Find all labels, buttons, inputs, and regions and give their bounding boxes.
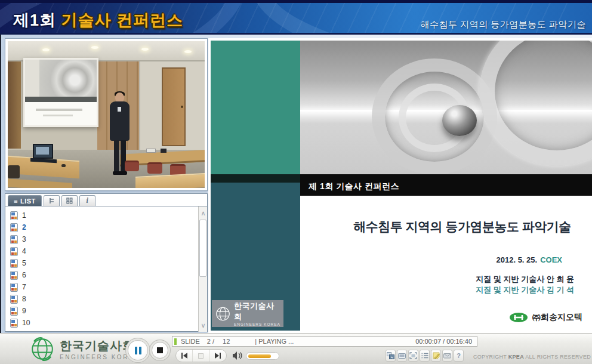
copyright-org: KPEA <box>508 354 524 360</box>
slide-author-primary: 지질 및 지반 기술사 안 희 윤 <box>300 274 574 285</box>
list-item[interactable]: 9 <box>10 305 207 317</box>
repeat-icon <box>198 353 204 359</box>
slide-artwork-sphere <box>442 105 477 136</box>
transport-controls <box>175 349 227 362</box>
previous-icon <box>181 353 183 359</box>
list-scrollbar[interactable]: ∧ ∨ <box>198 206 207 332</box>
previous-slide-button[interactable] <box>176 350 192 362</box>
ceiling-light <box>91 46 98 49</box>
slide-date: 2012. 5. 25. <box>496 255 537 264</box>
next-slide-button[interactable] <box>209 350 226 362</box>
slide-thumbnail-icon <box>10 319 18 328</box>
slide-thumbnail-icon <box>10 259 18 268</box>
pause-icon <box>135 347 137 354</box>
wide-view-button[interactable] <box>397 350 407 362</box>
list-item-label: 2 <box>22 223 26 232</box>
projected-slide-textline <box>36 109 82 111</box>
association-logo-text: 한국기술사회 ENGINEERS KOREA <box>234 301 280 326</box>
notes-icon <box>433 352 440 359</box>
slide-thumbnail-icon <box>10 283 18 292</box>
fullscreen-icon <box>409 352 417 359</box>
notes-button[interactable] <box>431 350 441 362</box>
slide-list: 12345678910 <box>5 206 207 329</box>
association-logo-box: 한국기술사회 ENGINEERS KOREA <box>212 300 283 327</box>
list-item[interactable]: 5 <box>10 257 207 269</box>
mail-icon <box>443 353 451 359</box>
video-panel <box>5 38 208 191</box>
grid-icon <box>66 198 73 204</box>
repeat-slide-button[interactable] <box>192 350 209 362</box>
org-emblem-icon <box>30 337 55 362</box>
status-current-slide: 2 / <box>207 338 214 345</box>
swap-view-button[interactable] <box>386 350 396 362</box>
list-item-label: 6 <box>22 271 26 279</box>
list-item-label: 5 <box>22 259 26 267</box>
list-item[interactable]: 2 <box>10 221 207 233</box>
slide-company-line: ㈜희송지오텍 <box>300 311 592 323</box>
help-button[interactable]: ? <box>454 350 464 362</box>
status-playing-state: | PLAYING ... <box>255 338 294 345</box>
list-item-label: 8 <box>22 295 26 303</box>
list-item[interactable]: 3 <box>10 233 207 245</box>
scroll-down-icon[interactable]: ∨ <box>199 320 208 331</box>
list-item-label: 10 <box>22 319 30 327</box>
slide-venue: COEX <box>540 255 562 264</box>
slide-artwork <box>300 41 592 174</box>
tab-thumbnails[interactable] <box>61 195 78 206</box>
conference-title-main: 기술사 컨퍼런스 <box>61 11 184 29</box>
projected-slide-textline <box>43 115 73 116</box>
index-button[interactable] <box>420 350 430 362</box>
lecture-subtitle: 해수침투 지역의 등가염분농도 파악기술 <box>420 19 586 30</box>
slide-authors: 지질 및 지반 기술사 안 희 윤 지질 및 지반 기술사 김 기 석 <box>300 274 592 295</box>
tab-outline[interactable] <box>44 195 60 206</box>
list-item[interactable]: 7 <box>10 281 207 293</box>
tab-list-label: LIST <box>20 198 36 205</box>
list-item[interactable]: 1 <box>10 209 207 221</box>
list-item[interactable]: 8 <box>10 293 207 305</box>
pause-button[interactable] <box>128 340 148 360</box>
chair <box>147 162 162 174</box>
fullscreen-button[interactable] <box>408 350 418 362</box>
tab-list[interactable]: ≡ LIST <box>8 195 42 206</box>
status-slide-label: SLIDE <box>181 338 200 345</box>
list-item[interactable]: 10 <box>10 317 207 329</box>
org-logo-block: 한국기술사회 ENGINEERS KOREA <box>30 337 140 362</box>
company-name: ㈜희송지오텍 <box>532 312 582 323</box>
slide-thumbnail-icon <box>10 235 18 244</box>
list-body: 12345678910 ∧ ∨ <box>5 206 207 331</box>
ceiling-light <box>141 48 149 51</box>
send-button[interactable] <box>442 350 452 362</box>
company-logo-icon <box>508 311 529 323</box>
pause-icon <box>139 347 141 354</box>
slide-band-title: 제 1회 기술사 컨퍼런스 <box>300 174 592 196</box>
slide-thumbnail-icon <box>10 307 18 316</box>
list-item[interactable]: 6 <box>10 269 207 281</box>
tab-info[interactable]: i <box>79 195 95 206</box>
slide-content: 해수침투 지역의 등가염분농도 파악기술 2012. 5. 25.COEX 지질… <box>300 196 592 331</box>
conference-title: 제1회 기술사 컨퍼런스 <box>13 10 183 31</box>
stop-button[interactable] <box>152 342 168 359</box>
scroll-up-icon[interactable]: ∧ <box>199 208 208 218</box>
slide-teal-block-top <box>211 41 300 174</box>
help-icon: ? <box>457 352 461 359</box>
scrollbar-thumb[interactable] <box>199 220 206 277</box>
header-banner: 제1회 기술사 컨퍼런스 해수침투 지역의 등가염분농도 파악기술 <box>0 0 592 35</box>
toolbar: ? <box>386 350 464 362</box>
slide-thumbnail-icon <box>10 223 18 232</box>
volume-slider[interactable] <box>246 352 279 360</box>
laptop-screen-glow <box>36 147 49 155</box>
list-tabs: ≡ LIST i <box>5 194 207 206</box>
speaker-icon <box>232 351 242 360</box>
list-item-label: 9 <box>22 307 26 315</box>
slide-date-line: 2012. 5. 25.COEX <box>300 255 592 264</box>
status-total-slides: 12 <box>223 338 230 345</box>
volume-level[interactable] <box>248 354 271 358</box>
wide-view-icon <box>398 353 406 359</box>
outline-tree-icon <box>48 198 55 204</box>
room-wood-wall-left <box>8 61 21 149</box>
list-item[interactable]: 4 <box>10 245 207 257</box>
list-item-label: 7 <box>22 283 26 291</box>
index-list-icon <box>421 353 428 359</box>
slide-thumbnail-icon <box>10 271 18 280</box>
mute-button[interactable] <box>232 351 242 363</box>
